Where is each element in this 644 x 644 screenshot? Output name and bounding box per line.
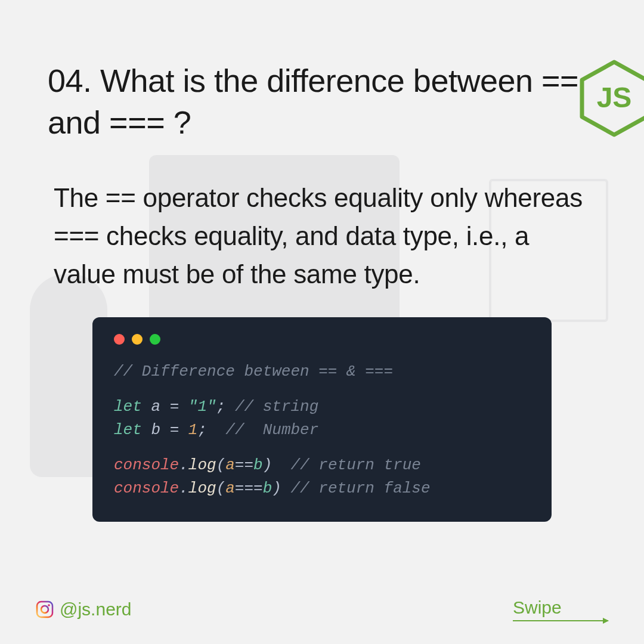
code-line-1: let a = "1"; // string [114,395,530,419]
svg-point-2 [41,606,48,613]
window-controls [114,334,530,345]
code-line-3: console.log(a==b) // return true [114,454,530,477]
minimize-dot-icon [132,334,143,345]
swipe-label: Swipe [513,597,562,617]
code-comment-header: // Difference between == & === [114,360,530,383]
code-snippet: // Difference between == & === let a = "… [92,317,552,522]
social-handle[interactable]: @js.nerd [36,599,132,620]
swipe-cta[interactable]: Swipe [513,597,608,621]
answer-text: The == operator checks equality only whe… [48,179,596,293]
nodejs-logo-icon: JS [578,60,644,137]
handle-text: @js.nerd [60,599,132,620]
instagram-icon [36,600,54,618]
close-dot-icon [114,334,125,345]
question-title: 04. What is the difference between == an… [48,60,596,143]
svg-point-3 [48,604,50,606]
svg-rect-1 [37,602,52,617]
footer: @js.nerd Swipe [0,597,644,621]
maximize-dot-icon [150,334,160,345]
svg-text:JS: JS [597,82,632,113]
code-line-4: console.log(a===b) // return false [114,477,530,500]
main-content: 04. What is the difference between == an… [0,0,644,546]
arrow-right-icon [513,620,608,621]
code-line-2: let b = 1; // Number [114,419,530,442]
